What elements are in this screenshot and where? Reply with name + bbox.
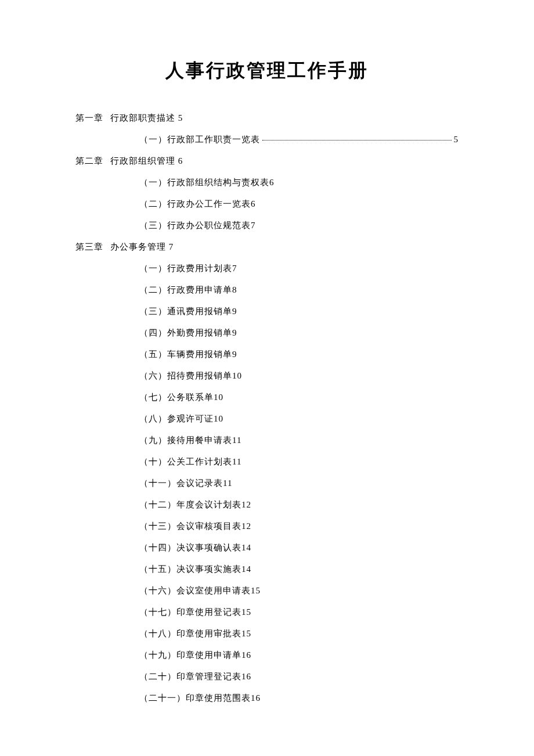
toc-item-text: （十）公关工作计划表: [139, 456, 232, 467]
toc-item-page: 15: [241, 607, 251, 617]
toc-item-text: （十一）会议记录表: [139, 478, 223, 489]
toc-item-page: 10: [214, 414, 223, 424]
toc-container: 第一章行政部职责描述 5（一）行政部工作职责一览表5第二章行政部组织管理 6（一…: [75, 113, 459, 704]
toc-item-text: （十九）印章使用申请单: [139, 650, 241, 661]
toc-item-text: （十三）会议审核项目表: [139, 521, 241, 532]
toc-item-text: （二）行政费用申请单: [139, 285, 232, 296]
toc-item-text: （二十一）印章使用范围表: [139, 693, 251, 704]
toc-item: （十六）会议室使用申请表 15: [139, 585, 459, 596]
toc-item: （一）行政部组织结构与责权表 6: [139, 177, 459, 188]
toc-item-text: （九）接待用餐申请表: [139, 435, 232, 446]
toc-item-page: 11: [223, 478, 232, 488]
toc-item-text: （五）车辆费用报销单: [139, 349, 232, 360]
toc-item-page: 12: [241, 500, 251, 510]
toc-item: （四）外勤费用报销单 9: [139, 327, 459, 339]
toc-item-text: （六）招待费用报销单: [139, 370, 232, 381]
toc-item: （三）通讯费用报销单 9: [139, 306, 459, 317]
toc-item-text: （二十）印章管理登记表: [139, 671, 241, 682]
toc-item: （九）接待用餐申请表 11: [139, 435, 459, 446]
toc-item-page: 5: [454, 135, 459, 145]
document-title: 人事行政管理工作手册: [75, 58, 459, 84]
toc-item: （十一）会议记录表 11: [139, 478, 459, 489]
toc-item-text: （十七）印章使用登记表: [139, 607, 241, 618]
toc-item-page: 9: [232, 307, 237, 316]
chapter-page: 6: [178, 156, 183, 165]
toc-item-page: 10: [232, 371, 242, 381]
toc-item-page: 9: [232, 328, 237, 338]
toc-item-page: 9: [232, 350, 237, 359]
toc-item-text: （三）通讯费用报销单: [139, 306, 232, 317]
toc-item-text: （一）行政部工作职责一览表: [139, 134, 260, 145]
toc-item-text: （七）公务联系单: [139, 392, 214, 403]
toc-item-text: （十四）决议事项确认表: [139, 542, 241, 553]
toc-item-text: （四）外勤费用报销单: [139, 327, 232, 339]
toc-item: （三）行政办公职位规范表 7: [139, 220, 459, 231]
toc-item-text: （十八）印章使用审批表: [139, 628, 241, 639]
toc-item-text: （十六）会议室使用申请表: [139, 585, 251, 596]
chapter-title: 行政部组织管理: [110, 156, 175, 165]
chapter-label: 第三章: [75, 242, 103, 251]
chapter-page: 7: [169, 242, 174, 251]
toc-item: （二十）印章管理登记表 16: [139, 671, 459, 682]
toc-item-page: 7: [232, 264, 237, 273]
toc-item: （十九）印章使用申请单 16: [139, 650, 459, 661]
chapter-heading: 第三章办公事务管理 7: [75, 242, 459, 253]
dot-leader: [262, 140, 452, 141]
chapter-page: 5: [178, 113, 183, 123]
toc-item-text: （三）行政办公职位规范表: [139, 220, 251, 231]
chapter-label: 第二章: [75, 156, 103, 165]
toc-item-page: 6: [251, 199, 256, 209]
chapter-heading: 第一章行政部职责描述 5: [75, 113, 459, 124]
chapter-label: 第一章: [75, 113, 103, 123]
toc-item: （六）招待费用报销单 10: [139, 370, 459, 381]
toc-item: （七）公务联系单 10: [139, 392, 459, 403]
toc-item: （十八）印章使用审批表 15: [139, 628, 459, 639]
toc-item-page: 16: [241, 672, 251, 682]
chapter-heading: 第二章行政部组织管理 6: [75, 156, 459, 167]
toc-item: （二）行政费用申请单 8: [139, 285, 459, 296]
toc-item-page: 16: [241, 650, 251, 660]
toc-item: （十二）年度会议计划表 12: [139, 499, 459, 510]
toc-item-text: （一）行政费用计划表: [139, 263, 232, 274]
toc-item: （五）车辆费用报销单 9: [139, 349, 459, 360]
toc-item-text: （十五）决议事项实施表: [139, 564, 241, 575]
toc-item: （一）行政部工作职责一览表5: [139, 134, 459, 145]
toc-item: （十五）决议事项实施表 14: [139, 564, 459, 575]
toc-item-page: 15: [251, 586, 261, 596]
toc-item: （十）公关工作计划表 11: [139, 456, 459, 467]
toc-item-page: 14: [241, 543, 251, 553]
chapter-title: 行政部职责描述: [110, 113, 175, 123]
toc-item: （二）行政办公工作一览表 6: [139, 199, 459, 210]
toc-item-page: 11: [232, 435, 241, 445]
toc-item: （十四）决议事项确认表 14: [139, 542, 459, 553]
toc-item-text: （一）行政部组织结构与责权表: [139, 177, 269, 188]
toc-item: （一）行政费用计划表 7: [139, 263, 459, 274]
toc-item-page: 8: [232, 285, 237, 295]
toc-item: （十七）印章使用登记表 15: [139, 607, 459, 618]
toc-item: （十三）会议审核项目表 12: [139, 521, 459, 532]
toc-item: （八）参观许可证 10: [139, 413, 459, 424]
toc-item-page: 16: [251, 693, 261, 703]
toc-item-text: （十二）年度会议计划表: [139, 499, 241, 510]
toc-item-page: 15: [241, 629, 251, 639]
toc-item-page: 6: [269, 178, 275, 188]
toc-item-text: （二）行政办公工作一览表: [139, 199, 251, 210]
toc-item-page: 14: [241, 564, 251, 574]
toc-item-page: 7: [251, 221, 256, 231]
toc-item-text: （八）参观许可证: [139, 413, 214, 424]
toc-item-page: 10: [214, 393, 223, 402]
toc-item: （二十一）印章使用范围表 16: [139, 693, 459, 704]
chapter-title: 办公事务管理: [110, 242, 166, 251]
toc-item-page: 12: [241, 521, 251, 531]
toc-item-page: 11: [232, 457, 241, 467]
